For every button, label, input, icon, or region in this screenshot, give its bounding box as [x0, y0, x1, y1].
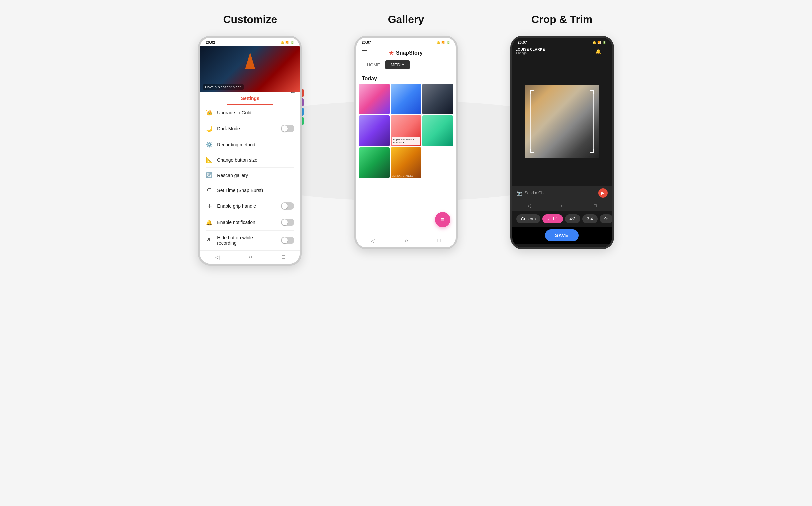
- phone3-recent-nav[interactable]: □: [594, 203, 597, 208]
- phone2-status-icons: 🔔 📶 🔋: [436, 41, 451, 45]
- settings-item-snapburst[interactable]: ⏱ Set Time (Snap Burst): [205, 183, 294, 198]
- resize-icon: 📐: [205, 157, 213, 163]
- chat-bar: 📷 Send a Chat ▶: [512, 186, 612, 200]
- stories-bar: LOUISE CLARKE 1 hr ago 🔔 ⋮: [512, 46, 612, 57]
- chat-placeholder[interactable]: Send a Chat: [525, 190, 596, 195]
- settings-item-grip[interactable]: ✛ Enable grip handle: [205, 198, 294, 214]
- grip-toggle[interactable]: [281, 202, 294, 209]
- settings-item-rescan[interactable]: 🔄 Rescan gallery: [205, 168, 294, 183]
- settings-tab[interactable]: Settings: [227, 92, 273, 105]
- grip-label: Enable grip handle: [217, 203, 277, 208]
- darkmode-label: Dark Mode: [217, 126, 277, 131]
- gallery-thumb-3[interactable]: [422, 84, 453, 114]
- fab-icon: ≡: [441, 216, 445, 223]
- crop-btn-custom[interactable]: Custom: [516, 214, 541, 223]
- crop-corner-tr[interactable]: [590, 90, 594, 94]
- buttonsize-label: Change button size: [217, 157, 294, 163]
- gallery-thumb-9[interactable]: [422, 147, 453, 178]
- phone2-time: 20:07: [361, 40, 371, 45]
- tab-media[interactable]: MEDIA: [385, 61, 410, 69]
- gallery-header: ☰ ★ SnapStory: [356, 46, 456, 61]
- gallery-thumb-2[interactable]: [391, 84, 421, 114]
- recent-nav-icon[interactable]: □: [282, 254, 285, 260]
- checkmark-icon: ✓: [547, 216, 551, 221]
- gallery-nav: HOME MEDIA: [356, 61, 456, 72]
- app-logo: ★ SnapStory: [389, 50, 423, 57]
- today-label: Today: [356, 72, 456, 84]
- crop-image-area: [512, 57, 612, 186]
- save-button[interactable]: SAVE: [545, 229, 579, 241]
- stories-time: 1 hr ago: [516, 52, 545, 55]
- settings-item-hidebutton[interactable]: 👁 Hide button whilerecording: [205, 231, 294, 250]
- stories-bell-icon[interactable]: 🔔: [596, 49, 601, 54]
- home-nav-icon[interactable]: ○: [249, 254, 252, 260]
- gallery-thumb-5[interactable]: Apple Removed & Friends ●: [391, 115, 421, 146]
- phone3-status-icons: 🔔 📶 🔋: [593, 41, 607, 45]
- phone1-hero-image: Have a pleasant night!: [200, 46, 300, 92]
- gallery-thumb-1[interactable]: [359, 84, 390, 114]
- stories-more-icon[interactable]: ⋮: [604, 49, 609, 54]
- phone3-alarm-icon: 🔔: [593, 41, 597, 45]
- phone1: 20:02 🔔 📶 🔋 Have a pleasant night! ←: [198, 36, 302, 266]
- hidebutton-toggle[interactable]: [281, 237, 294, 244]
- crop-toolbar: Custom ✓ 1:1 4:3 3:4 9:: [512, 211, 612, 227]
- phones-row: 20:02 🔔 📶 🔋 Have a pleasant night! ←: [172, 36, 640, 266]
- timer-icon: ⏱: [205, 187, 213, 193]
- stories-username: LOUISE CLARKE: [516, 48, 545, 52]
- crop-btn-3-4[interactable]: 3:4: [583, 214, 598, 223]
- crop-corner-br[interactable]: [590, 149, 594, 153]
- gear-icon: ⚙️: [205, 141, 213, 148]
- back-nav-icon[interactable]: ◁: [215, 254, 219, 260]
- gallery-thumb-6[interactable]: [422, 115, 453, 146]
- phone3-back-nav[interactable]: ◁: [527, 203, 531, 208]
- gallery-grid: Apple Removed & Friends ● MORGAN STANLEY: [356, 84, 456, 178]
- phone1-wrapper: 20:02 🔔 📶 🔋 Have a pleasant night! ←: [198, 36, 302, 266]
- settings-item-recording[interactable]: ⚙️ Recording method: [205, 137, 294, 152]
- crop-btn-1-1[interactable]: ✓ 1:1: [542, 214, 563, 223]
- settings-item-buttonsize[interactable]: 📐 Change button size: [205, 152, 294, 168]
- bell-icon: 🔔: [205, 219, 213, 226]
- settings-item-notification[interactable]: 🔔 Enable notification: [205, 214, 294, 231]
- phone2-battery-icon: 🔋: [447, 41, 451, 45]
- upgrade-label: Upgrade to Gold: [217, 110, 294, 115]
- rescan-label: Rescan gallery: [217, 173, 294, 178]
- moon-icon: 🌙: [205, 125, 213, 132]
- phone1-status-bar: 20:02 🔔 📶 🔋: [200, 38, 300, 46]
- crop-btn-4-3[interactable]: 4:3: [565, 214, 581, 223]
- back-arrow[interactable]: ←: [290, 89, 296, 96]
- send-icon: ▶: [602, 190, 605, 195]
- gallery-thumb-8[interactable]: MORGAN STANLEY: [391, 147, 421, 178]
- tab-home[interactable]: HOME: [361, 61, 385, 69]
- app-name: SnapStory: [396, 50, 423, 56]
- logo-star-icon: ★: [389, 50, 394, 57]
- crop-corner-tl[interactable]: [530, 90, 534, 94]
- phone2-back-nav[interactable]: ◁: [371, 238, 375, 244]
- morgan-stanley-label: MORGAN STANLEY: [392, 175, 413, 177]
- rescan-icon: 🔄: [205, 172, 213, 178]
- phone2-home-nav[interactable]: ○: [405, 238, 408, 244]
- phone2: 20:07 🔔 📶 🔋 ☰ ★ SnapStory HOME MED: [354, 36, 458, 249]
- send-button[interactable]: ▶: [599, 188, 608, 197]
- crop-corner-bl[interactable]: [530, 149, 534, 153]
- eye-off-icon: 👁: [205, 237, 213, 243]
- alarm-icon: 🔔: [280, 41, 284, 45]
- notification-toggle[interactable]: [281, 219, 294, 226]
- gallery-fab[interactable]: ≡: [435, 212, 451, 227]
- settings-item-darkmode[interactable]: 🌙 Dark Mode: [205, 120, 294, 137]
- signal-icon: 📶: [285, 41, 289, 45]
- phone2-alarm-icon: 🔔: [436, 41, 441, 45]
- crop-btn-9[interactable]: 9:: [600, 214, 612, 223]
- gallery-thumb-4[interactable]: [359, 115, 390, 146]
- phone3-status-bar: 20:07 🔔 📶 🔋: [512, 38, 612, 46]
- page-container: Customize Gallery Crop & Trim 20:02 🔔 📶 …: [172, 13, 640, 266]
- hamburger-menu[interactable]: ☰: [361, 49, 367, 57]
- col3-title: Crop & Trim: [485, 13, 639, 26]
- darkmode-toggle[interactable]: [281, 125, 294, 132]
- snapburst-label: Set Time (Snap Burst): [217, 188, 294, 193]
- phone3-home-nav[interactable]: ○: [561, 203, 564, 208]
- phone2-bottom-nav: ◁ ○ □: [356, 234, 456, 247]
- phone2-recent-nav[interactable]: □: [438, 238, 441, 244]
- settings-item-upgrade[interactable]: 👑 Upgrade to Gold: [205, 105, 294, 120]
- gallery-thumb-7[interactable]: [359, 147, 390, 178]
- phone2-status-bar: 20:07 🔔 📶 🔋: [356, 38, 456, 46]
